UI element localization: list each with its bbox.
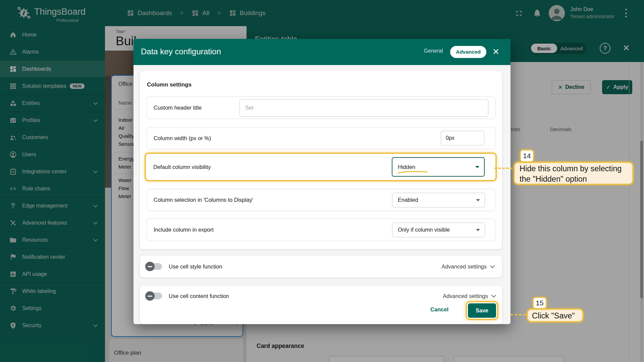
cell-style-function-card: Use cell style function Advanced setting… xyxy=(140,255,502,278)
dialog-header: Data key configuration General Advanced … xyxy=(133,39,511,65)
toggle-off-minus-icon xyxy=(145,291,155,301)
field-column-selection: Column selection in 'Columns to Display'… xyxy=(147,189,495,211)
chevron-down-icon xyxy=(476,199,480,201)
callout-15-number: 15 xyxy=(533,297,547,309)
column-settings-card: Column settings Custom header title Colu… xyxy=(140,71,502,249)
field-custom-header-title: Custom header title xyxy=(147,97,495,119)
callout-15-connector xyxy=(510,314,526,315)
cancel-button[interactable]: Cancel xyxy=(430,306,448,313)
advanced-settings-expander[interactable]: Advanced settings xyxy=(441,263,494,270)
callout-14-number: 14 xyxy=(520,149,534,162)
section-title: Column settings xyxy=(147,81,192,88)
callout-15-tooltip: Click "Save" xyxy=(527,308,584,322)
field-default-column-visibility-highlighted: Default column visibility Hidden xyxy=(145,153,497,181)
callout-14-connector xyxy=(494,168,513,169)
custom-header-title-input[interactable] xyxy=(239,99,488,117)
field-column-width: Column width (px or %) xyxy=(147,127,495,149)
chevron-down-icon xyxy=(476,229,480,231)
data-key-configuration-dialog: Data key configuration General Advanced … xyxy=(133,39,511,324)
chevron-down-icon xyxy=(491,293,496,297)
tab-general[interactable]: General xyxy=(421,48,445,54)
advanced-settings-expander[interactable]: Advanced settings xyxy=(443,293,495,299)
field-include-in-export: Include column in export Only if column … xyxy=(147,219,495,241)
save-button[interactable]: Save xyxy=(468,303,496,318)
default-column-visibility-select[interactable]: Hidden xyxy=(392,157,485,177)
chevron-down-icon xyxy=(490,263,495,268)
close-icon[interactable]: ✕ xyxy=(492,47,499,57)
cell-content-function-card: Use cell content function Advanced setti… xyxy=(140,286,502,324)
column-width-input[interactable] xyxy=(441,131,484,145)
highlight-underline xyxy=(397,170,428,174)
cell-content-toggle[interactable] xyxy=(147,293,162,299)
column-selection-select[interactable]: Enabled xyxy=(392,193,485,207)
toggle-off-minus-icon xyxy=(145,262,155,271)
dialog-title: Data key configuration xyxy=(141,47,221,56)
chevron-down-icon xyxy=(475,166,479,168)
callout-14-tooltip: Hide this column by selecting the "Hidde… xyxy=(514,162,634,185)
tab-advanced[interactable]: Advanced xyxy=(450,46,486,58)
cell-content-toggle-row: Use cell content function Advanced setti… xyxy=(147,286,495,306)
include-in-export-select[interactable]: Only if column visible xyxy=(392,223,485,237)
screen: Title* Buil Office Name Indoor Air Quali… xyxy=(0,0,644,362)
cell-style-toggle[interactable] xyxy=(147,263,162,270)
